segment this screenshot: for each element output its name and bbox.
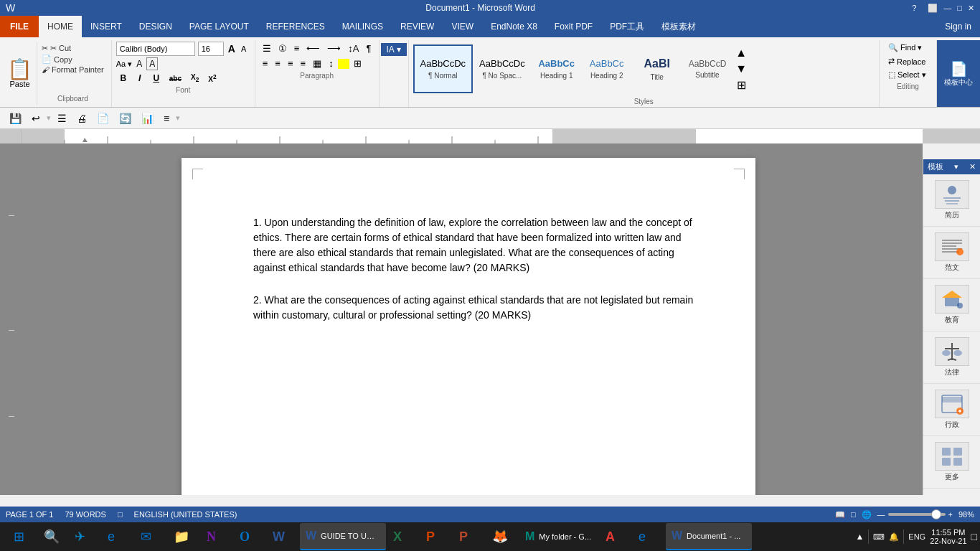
font-name-input[interactable] [116, 42, 195, 56]
paragraph-2[interactable]: 2. What are the consequences of acting a… [253, 293, 698, 323]
font-color-a[interactable]: A [136, 59, 142, 69]
tab-review[interactable]: REVIEW [392, 16, 443, 37]
notification-button[interactable]: □ [971, 531, 977, 542]
font-size-input[interactable] [198, 42, 224, 56]
style-subtitle[interactable]: AaBbCcD Subtitle [682, 44, 733, 93]
show-marks-button[interactable]: ¶ [364, 42, 374, 55]
taskbar-word-launcher[interactable]: W [267, 523, 298, 550]
font-grow-button[interactable]: A [227, 43, 237, 55]
tab-references[interactable]: REFERENCES [258, 16, 334, 37]
restore-button[interactable]: ⬜ [928, 4, 938, 13]
qa-refresh[interactable]: 🔄 [116, 110, 135, 126]
taskbar-firefox[interactable]: 🦊 [486, 523, 518, 550]
justify[interactable]: ≡ [298, 57, 309, 70]
zoom-slider[interactable] [888, 513, 946, 516]
print-layout-icon[interactable]: □ [851, 510, 856, 519]
increase-indent[interactable]: ⟶ [324, 42, 344, 55]
templates-dropdown[interactable]: ▾ [954, 162, 958, 171]
zoom-out[interactable]: — [877, 510, 885, 519]
columns-button[interactable]: ▦ [310, 57, 324, 70]
sort-button[interactable]: ↕A [345, 42, 362, 55]
taskbar-ie[interactable]: e [102, 523, 133, 550]
up-arrow-notif[interactable]: 🔔 [889, 532, 899, 542]
window-controls[interactable]: ? ⬜ — □ ✕ [912, 4, 974, 13]
replace-button[interactable]: ⇄ Replace [885, 55, 930, 67]
aa-button[interactable]: Aa ▾ [116, 60, 133, 69]
qa-menu[interactable]: ≡ [160, 110, 173, 126]
qa-print[interactable]: 🖨 [73, 110, 90, 126]
underline-button[interactable]: U [149, 72, 164, 85]
numbering-button[interactable]: ① [275, 42, 290, 55]
taskbar-mail[interactable]: ✉ [135, 523, 166, 550]
style-nospace[interactable]: AaBbCcDc ¶ No Spac... [473, 44, 532, 93]
shading-button[interactable] [338, 59, 349, 69]
template-legal[interactable]: 法律 [923, 331, 980, 384]
italic-button[interactable]: I [133, 72, 147, 85]
taskbar-outlook[interactable]: O [234, 523, 265, 550]
strikethrough-button[interactable]: abc [166, 73, 185, 84]
zoom-in[interactable]: + [948, 510, 953, 519]
taskbar-acrobat[interactable]: A [600, 523, 631, 550]
style-title[interactable]: AaBI Title [632, 44, 682, 93]
taskbar-word-doc[interactable]: W Document1 - ... [666, 523, 752, 550]
help-button[interactable]: ? [912, 4, 916, 13]
line-spacing[interactable]: ↕ [326, 57, 336, 70]
template-education[interactable]: 教育 [923, 279, 980, 331]
font-shrink-button[interactable]: A [240, 44, 248, 53]
cut-button[interactable]: ✂ ✂ Cut [40, 43, 105, 54]
taskbar-myfolder[interactable]: M My folder - G... [519, 523, 598, 550]
style-heading2[interactable]: AaBbCc Heading 2 [582, 44, 632, 93]
minimize-button[interactable]: — [943, 4, 951, 13]
sign-in-button[interactable]: Sign in [945, 22, 980, 32]
superscript-button[interactable]: X2 [204, 72, 220, 85]
format-painter-button[interactable]: 🖌 Format Painter [40, 65, 105, 75]
tab-view[interactable]: VIEW [443, 16, 482, 37]
template-more[interactable]: 更多 [923, 436, 980, 489]
select-button[interactable]: ⬚ Select ▾ [885, 69, 930, 81]
document-scroll[interactable]: 1. Upon understanding the definition of … [14, 143, 923, 495]
text-effects-button[interactable]: A [146, 57, 158, 70]
templates-close[interactable]: ✕ [969, 162, 976, 171]
read-mode-icon[interactable]: 📖 [835, 510, 845, 519]
close-button[interactable]: ✕ [968, 4, 974, 13]
keyboard-indicator[interactable]: ⌨ [873, 532, 885, 542]
align-center[interactable]: ≡ [272, 57, 283, 70]
tab-insert[interactable]: INSERT [82, 16, 131, 37]
maximize-button[interactable]: □ [957, 4, 962, 13]
find-button[interactable]: 🔍 Find ▾ [885, 42, 930, 54]
bold-button[interactable]: B [116, 72, 131, 85]
qa-chart[interactable]: 📊 [138, 110, 157, 126]
bullets-button[interactable]: ☰ [260, 42, 274, 55]
template-resume[interactable]: 简历 [923, 174, 980, 227]
tab-foxit[interactable]: Foxit PDF [546, 16, 601, 37]
qa-save[interactable]: 💾 [6, 110, 25, 126]
style-heading1[interactable]: AaBbCc Heading 1 [532, 44, 582, 93]
web-layout-icon[interactable]: 🌐 [862, 510, 872, 519]
document-content[interactable]: 1. Upon understanding the definition of … [253, 215, 698, 323]
qa-bullets[interactable]: ☰ [54, 110, 70, 126]
ia-button[interactable]: IA ▾ [381, 43, 407, 56]
taskbar-guide[interactable]: W GUIDE TO UN... [300, 523, 386, 550]
decrease-indent[interactable]: ⟵ [303, 42, 323, 55]
template-fanwen[interactable]: 范文 [923, 227, 980, 279]
style-normal[interactable]: AaBbCcDc ¶ Normal [413, 44, 473, 93]
tab-page-layout[interactable]: PAGE LAYOUT [181, 16, 258, 37]
tab-home[interactable]: HOME [39, 16, 82, 37]
tab-design[interactable]: DESIGN [131, 16, 181, 37]
search-button[interactable]: 🔍 [36, 523, 67, 550]
taskbar-powerpoint2[interactable]: P [453, 523, 485, 550]
taskbar-onenote[interactable]: N [201, 523, 232, 550]
start-button[interactable]: ⊞ [3, 523, 34, 550]
tab-endnote[interactable]: EndNote X8 [482, 16, 546, 37]
qa-undo-arrow[interactable]: ▾ [47, 113, 51, 123]
align-left[interactable]: ≡ [260, 57, 271, 70]
lang-indicator[interactable]: ENG [908, 532, 925, 541]
multilevel-button[interactable]: ≡ [291, 42, 303, 55]
styles-scroll-up[interactable]: ▲ [734, 45, 748, 61]
paragraph-1[interactable]: 1. Upon understanding the definition of … [253, 215, 698, 276]
copy-button[interactable]: 📄 Copy [40, 54, 105, 65]
taskbar-powerpoint1[interactable]: P [420, 523, 452, 550]
styles-scroll-down[interactable]: ▼ [734, 61, 748, 77]
tab-file[interactable]: FILE [0, 16, 39, 37]
tray-expand[interactable]: ▲ [855, 532, 864, 542]
